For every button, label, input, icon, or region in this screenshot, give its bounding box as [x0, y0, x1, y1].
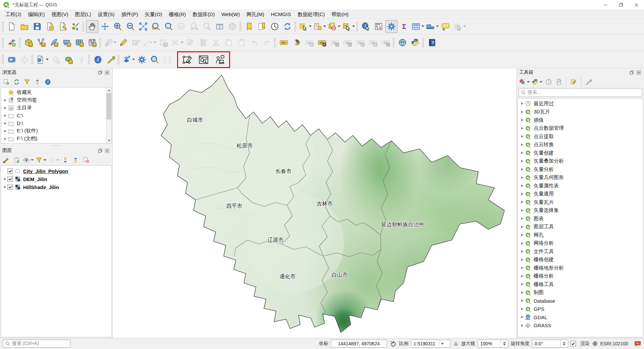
gps-recenter-button[interactable] [18, 53, 31, 66]
create-shape-annotation-button[interactable]: * [62, 53, 74, 66]
toolbar-handle[interactable] [422, 38, 424, 47]
zoom-in-button[interactable] [112, 20, 124, 33]
check-configuration-plugin-button[interactable] [198, 53, 210, 66]
layer-visibility-checkbox[interactable] [7, 176, 13, 182]
temporal-controller-button[interactable] [269, 20, 281, 33]
help-support-plugin-button[interactable]: ? [214, 53, 226, 66]
new-3d-map-view-button[interactable] [226, 20, 238, 33]
menu-item-12[interactable]: HCMGIS [267, 10, 294, 19]
expand-arrow-icon[interactable] [520, 226, 525, 228]
digitize-with-segment-button[interactable] [143, 36, 157, 49]
label-toolbar-show-hide-button[interactable]: abc● [341, 36, 354, 49]
dropdown-icon[interactable] [463, 25, 466, 27]
dropdown-icon[interactable] [352, 25, 355, 27]
dropdown-icon[interactable] [309, 25, 312, 27]
close-button[interactable] [629, 0, 644, 10]
expand-arrow-icon[interactable] [2, 186, 7, 188]
dropdown-icon[interactable] [154, 42, 156, 43]
toolbox-group-26[interactable]: GPS [518, 305, 643, 313]
expand-arrow-icon[interactable] [3, 130, 8, 132]
toolbox-group-28[interactable]: GRASS [518, 322, 643, 330]
show-layout-manager-button[interactable] [57, 20, 69, 33]
dropdown-icon[interactable] [56, 159, 59, 161]
layer-row-3[interactable]: HillShade_Jilin [1, 183, 111, 191]
toolbar-handle[interactable] [32, 55, 33, 64]
menu-item-9[interactable]: 数据库(D) [189, 10, 218, 19]
menu-item-11[interactable]: 网孔(M) [243, 10, 268, 19]
save-project-button[interactable] [31, 20, 43, 33]
expand-arrow-icon[interactable] [520, 250, 525, 253]
expand-arrow-icon[interactable] [520, 283, 525, 286]
toolbox-history-button[interactable] [544, 77, 553, 86]
dropdown-icon[interactable] [181, 42, 183, 43]
menu-item-5[interactable]: 设置(S) [95, 10, 118, 19]
toolbar-handle[interactable] [2, 55, 4, 64]
toolbox-group-5[interactable]: 点云提取 [518, 132, 643, 141]
label-toolbar-move-button[interactable]: abc↔ [354, 36, 366, 49]
toolbox-group-10[interactable]: 矢量几何图形 [518, 174, 643, 182]
gps-information-panel-button[interactable] [6, 53, 18, 66]
rotation-spin-icons[interactable] [560, 340, 566, 347]
coordinate-input[interactable]: 14414897, 4970624 [331, 340, 387, 348]
toolbox-options-button[interactable] [584, 77, 593, 86]
layer-styling-panel-button[interactable] [121, 53, 135, 66]
toolbox-group-19[interactable]: 文件工具 [518, 247, 643, 256]
add-group-button[interactable] [12, 156, 21, 165]
new-geopackage-layer-button[interactable]: * [22, 36, 35, 49]
toolbox-group-4[interactable]: 点云数据管理 [518, 124, 643, 133]
magnifier-spin-icons[interactable] [501, 340, 506, 347]
layer-row-1[interactable]: City_Jilin_Polygon [1, 167, 111, 175]
layers-close-icon[interactable] [104, 148, 110, 153]
measure-line-button[interactable] [425, 20, 439, 33]
toolbox-group-18[interactable]: 网络分析 [518, 239, 643, 248]
layer-row-2[interactable]: DEM_Jilin [1, 175, 111, 183]
expand-arrow-icon[interactable] [520, 316, 525, 318]
zoom-full-extent-button[interactable] [137, 20, 149, 33]
toolbox-group-15[interactable]: 图表 [518, 215, 643, 223]
toolbox-group-6[interactable]: 点云转换 [518, 141, 643, 149]
copy-features-button[interactable] [223, 36, 235, 49]
deselect-features-button[interactable] [327, 20, 341, 33]
browser-add-selected-layers-button[interactable] [2, 77, 11, 86]
dropdown-icon[interactable] [44, 159, 46, 161]
help-contents-button[interactable]: ? [426, 36, 438, 49]
toolbox-group-9[interactable]: 矢量分析 [518, 165, 643, 174]
toolbox-group-1[interactable]: 最近用过 [518, 100, 643, 108]
expand-arrow-icon[interactable] [520, 193, 525, 195]
expand-arrow-icon[interactable] [520, 209, 525, 212]
panel-splitter[interactable] [0, 144, 112, 147]
select-by-form-button[interactable] [313, 20, 326, 33]
refresh-map-button[interactable] [281, 20, 293, 33]
dropdown-icon[interactable] [31, 159, 34, 161]
browser-item-7[interactable]: F:\ (文档) [1, 135, 111, 142]
new-mesh-layer-button[interactable]: * [61, 36, 73, 49]
expand-arrow-icon[interactable] [3, 99, 8, 102]
run-feature-action-button[interactable] [452, 20, 466, 33]
crs-globe-icon[interactable] [592, 341, 598, 347]
magnifier-spinbox[interactable]: 100% [478, 340, 508, 348]
geometry-edit-plugin-button[interactable] [181, 53, 194, 66]
toolbox-group-24[interactable]: 制图 [518, 289, 643, 297]
menu-item-1[interactable]: 工程(J) [2, 10, 25, 19]
layers-float-icon[interactable] [97, 148, 103, 153]
browser-refresh-button[interactable] [12, 77, 21, 86]
browser-float-icon[interactable] [97, 70, 103, 75]
toolbox-group-23[interactable]: 栅格工具 [518, 280, 643, 289]
expand-arrow-icon[interactable] [520, 201, 525, 203]
menu-item-10[interactable]: Web(W) [218, 10, 243, 19]
menu-item-6[interactable]: 插件(P) [118, 10, 142, 19]
toolbox-group-11[interactable]: 矢量属性表 [518, 182, 643, 190]
dropdown-icon[interactable] [527, 81, 530, 83]
restore-button[interactable] [613, 0, 629, 10]
new-virtual-layer-button[interactable]: * [73, 36, 86, 49]
expand-arrow-icon[interactable] [520, 324, 525, 327]
dropdown-icon[interactable] [540, 81, 542, 83]
expand-arrow-icon[interactable] [520, 184, 525, 187]
toggle-editing-button[interactable] [117, 36, 129, 49]
identify-features-button[interactable]: i [360, 20, 372, 33]
browser-collapse-all-button[interactable] [33, 77, 42, 86]
new-annotation-layer-button[interactable]: * [86, 36, 98, 49]
processing-options-button[interactable] [136, 53, 148, 66]
new-shapefile-layer-button[interactable]: * [35, 36, 47, 49]
zoom-out-button[interactable] [124, 20, 137, 33]
